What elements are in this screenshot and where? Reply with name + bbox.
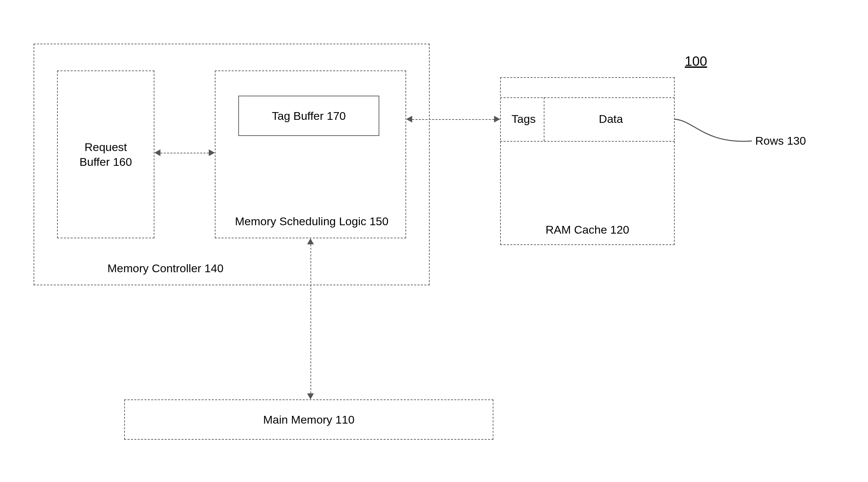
arrow-reqbuf-sched-line (160, 153, 209, 153)
rows-callout-connector (675, 114, 755, 154)
arrow-reqbuf-sched-head-right (209, 149, 215, 156)
arrow-sched-ram-head-left (406, 116, 412, 122)
ram-cache-row-divider-top (500, 97, 675, 98)
arrow-sched-ram-head-right (494, 116, 500, 122)
ram-cache-data-label: Data (584, 113, 638, 125)
arrow-sched-mainmem-head-up (307, 238, 314, 244)
ram-cache-tags-label: Tags (507, 113, 540, 125)
ram-cache-label: RAM Cache 120 (544, 223, 631, 236)
figure-number: 100 (685, 54, 707, 69)
ram-cache-row-divider-bottom (500, 141, 675, 142)
tag-buffer-box: Tag Buffer 170 (238, 96, 379, 136)
arrow-sched-ram-line (412, 119, 494, 120)
memory-scheduling-logic-label: Memory Scheduling Logic 150 (235, 215, 389, 228)
main-memory-box: Main Memory 110 (124, 399, 493, 440)
ram-cache-box (500, 77, 675, 245)
request-buffer-box: Request Buffer 160 (57, 70, 154, 238)
arrow-reqbuf-sched-head-left (154, 149, 160, 156)
arrow-sched-mainmem-line (310, 244, 311, 393)
request-buffer-label: Request Buffer 160 (77, 140, 134, 169)
arrow-sched-mainmem-head-down (307, 393, 314, 399)
diagram-canvas: 100 Memory Controller 140 Request Buffer… (0, 0, 868, 482)
main-memory-label: Main Memory 110 (263, 413, 354, 426)
tag-buffer-label: Tag Buffer 170 (272, 110, 346, 122)
rows-callout-label: Rows 130 (755, 134, 806, 147)
ram-cache-tags-data-divider (544, 97, 545, 141)
memory-controller-label: Memory Controller 140 (107, 262, 223, 275)
